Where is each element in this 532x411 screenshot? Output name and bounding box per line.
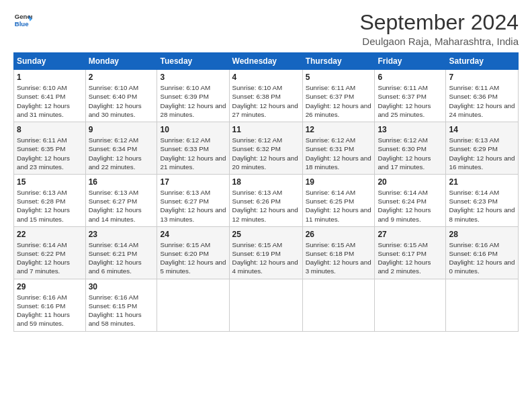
table-row <box>446 279 519 331</box>
table-row: 23Sunrise: 6:14 AMSunset: 6:21 PMDayligh… <box>85 226 157 279</box>
logo: General Blue <box>13 11 32 30</box>
table-row: 20Sunrise: 6:14 AMSunset: 6:24 PMDayligh… <box>375 174 446 226</box>
day-number: 16 <box>89 177 154 187</box>
table-row: 12Sunrise: 6:12 AMSunset: 6:31 PMDayligh… <box>302 122 375 175</box>
day-number: 6 <box>378 73 443 82</box>
table-row: 9Sunrise: 6:12 AMSunset: 6:34 PMDaylight… <box>85 122 157 175</box>
day-info: Sunrise: 6:14 AMSunset: 6:22 PMDaylight:… <box>17 240 83 276</box>
page: General Blue September 2024 Deulgaon Raj… <box>0 0 532 411</box>
day-info: Sunrise: 6:15 AMSunset: 6:20 PMDaylight:… <box>160 240 226 276</box>
day-number: 29 <box>17 282 83 291</box>
table-row: 26Sunrise: 6:15 AMSunset: 6:18 PMDayligh… <box>302 226 375 279</box>
calendar-row: 1Sunrise: 6:10 AMSunset: 6:41 PMDaylight… <box>14 70 519 122</box>
table-row: 16Sunrise: 6:13 AMSunset: 6:27 PMDayligh… <box>85 174 157 226</box>
table-row: 17Sunrise: 6:13 AMSunset: 6:27 PMDayligh… <box>157 174 229 226</box>
day-number: 12 <box>306 125 372 134</box>
table-row: 25Sunrise: 6:15 AMSunset: 6:19 PMDayligh… <box>229 226 302 279</box>
day-info: Sunrise: 6:10 AMSunset: 6:39 PMDaylight:… <box>160 83 226 119</box>
day-number: 23 <box>89 230 154 239</box>
day-number: 17 <box>160 177 226 187</box>
day-number: 18 <box>232 177 300 187</box>
table-row: 28Sunrise: 6:16 AMSunset: 6:16 PMDayligh… <box>446 226 519 279</box>
day-number: 4 <box>232 73 300 82</box>
table-row: 22Sunrise: 6:14 AMSunset: 6:22 PMDayligh… <box>14 226 86 279</box>
day-number: 28 <box>449 230 515 239</box>
calendar-row: 8Sunrise: 6:11 AMSunset: 6:35 PMDaylight… <box>14 122 519 175</box>
table-row <box>302 279 375 331</box>
table-row: 29Sunrise: 6:16 AMSunset: 6:16 PMDayligh… <box>14 279 86 331</box>
table-row: 7Sunrise: 6:11 AMSunset: 6:36 PMDaylight… <box>446 70 519 122</box>
day-number: 7 <box>449 73 515 82</box>
day-info: Sunrise: 6:13 AMSunset: 6:29 PMDaylight:… <box>449 136 515 171</box>
day-number: 20 <box>378 177 443 187</box>
day-number: 30 <box>89 282 154 291</box>
day-number: 13 <box>378 125 443 134</box>
day-info: Sunrise: 6:14 AMSunset: 6:21 PMDaylight:… <box>89 240 154 276</box>
day-info: Sunrise: 6:10 AMSunset: 6:40 PMDaylight:… <box>89 83 154 119</box>
table-row: 3Sunrise: 6:10 AMSunset: 6:39 PMDaylight… <box>157 70 229 122</box>
day-number: 14 <box>449 125 515 134</box>
table-row: 14Sunrise: 6:13 AMSunset: 6:29 PMDayligh… <box>446 122 519 175</box>
day-info: Sunrise: 6:11 AMSunset: 6:37 PMDaylight:… <box>306 83 372 119</box>
calendar-body: 1Sunrise: 6:10 AMSunset: 6:41 PMDaylight… <box>14 70 519 331</box>
title-block: September 2024 Deulgaon Raja, Maharashtr… <box>359 11 519 47</box>
day-info: Sunrise: 6:11 AMSunset: 6:37 PMDaylight:… <box>378 83 443 119</box>
table-row: 30Sunrise: 6:16 AMSunset: 6:15 PMDayligh… <box>85 279 157 331</box>
day-number: 19 <box>306 177 372 187</box>
table-row: 13Sunrise: 6:12 AMSunset: 6:30 PMDayligh… <box>375 122 446 175</box>
day-info: Sunrise: 6:11 AMSunset: 6:35 PMDaylight:… <box>17 136 83 171</box>
table-row <box>375 279 446 331</box>
calendar-header-row: Sunday Monday Tuesday Wednesday Thursday… <box>14 53 519 70</box>
day-number: 22 <box>17 230 83 239</box>
table-row: 1Sunrise: 6:10 AMSunset: 6:41 PMDaylight… <box>14 70 86 122</box>
calendar-table: Sunday Monday Tuesday Wednesday Thursday… <box>13 52 519 331</box>
col-friday: Friday <box>375 53 446 70</box>
day-number: 27 <box>378 230 443 239</box>
day-number: 1 <box>17 73 83 82</box>
day-number: 8 <box>17 125 83 134</box>
day-info: Sunrise: 6:15 AMSunset: 6:18 PMDaylight:… <box>306 240 372 276</box>
day-info: Sunrise: 6:13 AMSunset: 6:27 PMDaylight:… <box>89 188 154 224</box>
table-row: 19Sunrise: 6:14 AMSunset: 6:25 PMDayligh… <box>302 174 375 226</box>
day-info: Sunrise: 6:16 AMSunset: 6:16 PMDaylight:… <box>449 240 515 276</box>
day-info: Sunrise: 6:10 AMSunset: 6:41 PMDaylight:… <box>17 83 83 119</box>
table-row: 10Sunrise: 6:12 AMSunset: 6:33 PMDayligh… <box>157 122 229 175</box>
day-number: 3 <box>160 73 226 82</box>
table-row: 5Sunrise: 6:11 AMSunset: 6:37 PMDaylight… <box>302 70 375 122</box>
header: General Blue September 2024 Deulgaon Raj… <box>13 11 519 47</box>
svg-text:Blue: Blue <box>15 20 29 28</box>
col-thursday: Thursday <box>302 53 375 70</box>
day-info: Sunrise: 6:14 AMSunset: 6:23 PMDaylight:… <box>449 188 515 224</box>
day-number: 9 <box>89 125 154 134</box>
day-info: Sunrise: 6:16 AMSunset: 6:16 PMDaylight:… <box>17 293 83 328</box>
day-info: Sunrise: 6:10 AMSunset: 6:38 PMDaylight:… <box>232 83 300 119</box>
day-info: Sunrise: 6:13 AMSunset: 6:28 PMDaylight:… <box>17 188 83 224</box>
day-info: Sunrise: 6:12 AMSunset: 6:31 PMDaylight:… <box>306 136 372 171</box>
table-row: 15Sunrise: 6:13 AMSunset: 6:28 PMDayligh… <box>14 174 86 226</box>
table-row <box>157 279 229 331</box>
day-number: 5 <box>306 73 372 82</box>
calendar-row: 22Sunrise: 6:14 AMSunset: 6:22 PMDayligh… <box>14 226 519 279</box>
table-row: 18Sunrise: 6:13 AMSunset: 6:26 PMDayligh… <box>229 174 302 226</box>
day-number: 25 <box>232 230 300 239</box>
table-row: 21Sunrise: 6:14 AMSunset: 6:23 PMDayligh… <box>446 174 519 226</box>
col-saturday: Saturday <box>446 53 519 70</box>
day-info: Sunrise: 6:12 AMSunset: 6:33 PMDaylight:… <box>160 136 226 171</box>
day-info: Sunrise: 6:12 AMSunset: 6:30 PMDaylight:… <box>378 136 443 171</box>
day-info: Sunrise: 6:12 AMSunset: 6:32 PMDaylight:… <box>232 136 300 171</box>
calendar-row: 15Sunrise: 6:13 AMSunset: 6:28 PMDayligh… <box>14 174 519 226</box>
col-monday: Monday <box>85 53 157 70</box>
table-row: 24Sunrise: 6:15 AMSunset: 6:20 PMDayligh… <box>157 226 229 279</box>
day-info: Sunrise: 6:13 AMSunset: 6:26 PMDaylight:… <box>232 188 300 224</box>
table-row: 8Sunrise: 6:11 AMSunset: 6:35 PMDaylight… <box>14 122 86 175</box>
day-number: 26 <box>306 230 372 239</box>
table-row: 2Sunrise: 6:10 AMSunset: 6:40 PMDaylight… <box>85 70 157 122</box>
day-number: 21 <box>449 177 515 187</box>
col-tuesday: Tuesday <box>157 53 229 70</box>
day-number: 2 <box>89 73 154 82</box>
table-row <box>229 279 302 331</box>
table-row: 6Sunrise: 6:11 AMSunset: 6:37 PMDaylight… <box>375 70 446 122</box>
day-number: 10 <box>160 125 226 134</box>
table-row: 4Sunrise: 6:10 AMSunset: 6:38 PMDaylight… <box>229 70 302 122</box>
day-info: Sunrise: 6:12 AMSunset: 6:34 PMDaylight:… <box>89 136 154 171</box>
